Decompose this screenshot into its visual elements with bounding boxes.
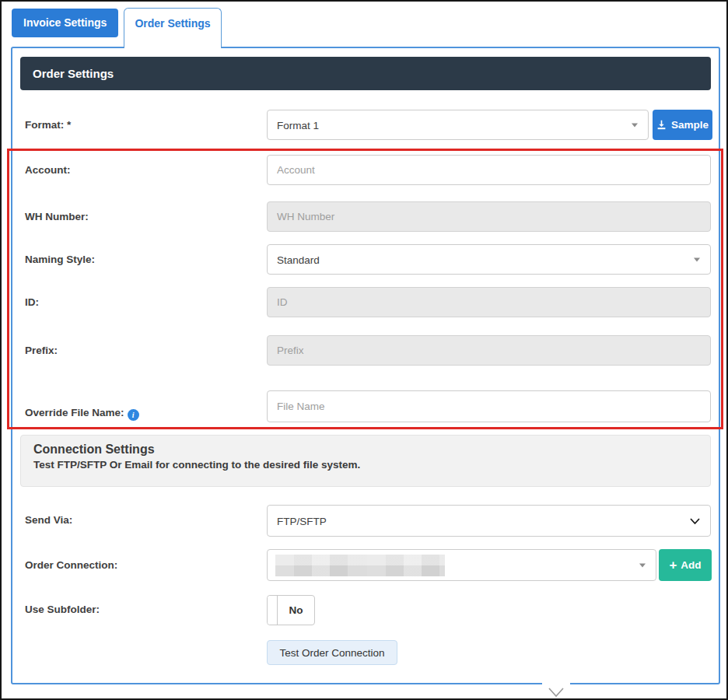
send-via-label: Send Via: [25,514,72,526]
chevron-down-icon [690,515,700,527]
account-input[interactable] [267,155,711,185]
use-subfolder-toggle[interactable]: No [267,595,315,625]
order-connection-select[interactable] [267,549,656,581]
prefix-input [267,335,711,366]
naming-style-label: Naming Style: [25,254,95,265]
order-connection-label: Order Connection: [25,559,117,571]
chevron-down-icon [694,257,700,261]
format-label: Format: * [25,119,71,131]
use-subfolder-label: Use Subfolder: [25,604,100,615]
tab-order-settings[interactable]: Order Settings [124,8,222,48]
override-file-name-label-text: Override File Name: [25,407,124,418]
prefix-label: Prefix: [25,345,58,356]
override-file-name-label: Override File Name:i [25,407,139,421]
panel-header-title: Order Settings [20,57,711,90]
format-select[interactable]: Format 1 [267,110,649,140]
connection-settings-subtitle: Test FTP/SFTP Or Email for connecting to… [33,459,698,471]
chevron-down-icon [632,123,638,127]
screenshot-frame: Invoice Settings Order Settings Order Se… [0,0,728,700]
send-via-select-value: FTP/SFTP [277,515,327,527]
connection-settings-section: Connection Settings Test FTP/SFTP Or Ema… [20,435,711,487]
test-order-connection-button[interactable]: Test Order Connection [267,640,397,665]
chevron-down-icon [548,687,565,698]
chevron-down-icon [639,563,646,567]
add-button-label: Add [681,559,701,571]
naming-style-select[interactable]: Standard [267,244,711,275]
sample-button[interactable]: Sample [653,110,712,140]
order-settings-panel [11,47,720,684]
tab-invoice-settings[interactable]: Invoice Settings [12,9,118,37]
account-label: Account: [25,164,71,176]
toggle-handle [268,596,278,625]
wh-number-input [267,201,711,232]
use-subfolder-toggle-value: No [278,596,314,625]
id-label: ID: [25,296,39,308]
order-connection-redacted-value [275,555,445,576]
download-icon [656,120,667,130]
naming-style-select-value: Standard [277,254,320,265]
send-via-select[interactable]: FTP/SFTP [267,505,711,537]
sample-button-label: Sample [671,119,709,131]
collapse-panel-control[interactable] [542,680,570,698]
id-input [267,287,711,317]
override-file-name-input[interactable] [267,390,711,422]
add-connection-button[interactable]: + Add [659,549,712,581]
wh-number-label: WH Number: [25,211,89,222]
info-icon[interactable]: i [128,409,139,421]
plus-icon: + [669,558,677,572]
connection-settings-title: Connection Settings [33,443,698,457]
format-select-value: Format 1 [277,119,319,131]
